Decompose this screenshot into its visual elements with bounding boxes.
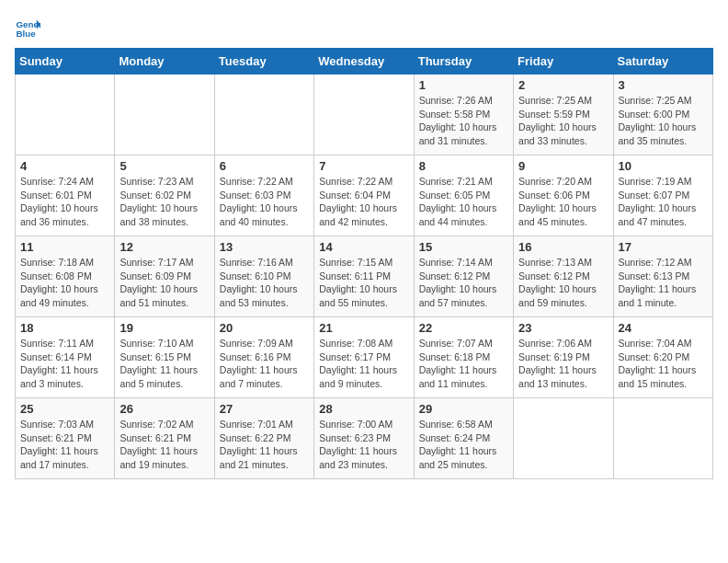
day-info: Sunrise: 7:26 AM Sunset: 5:58 PM Dayligh… bbox=[419, 94, 508, 148]
day-number: 19 bbox=[119, 321, 209, 335]
header-cell: Wednesday bbox=[314, 49, 414, 75]
week-row: 11Sunrise: 7:18 AM Sunset: 6:08 PM Dayli… bbox=[16, 236, 713, 317]
day-cell: 8Sunrise: 7:21 AM Sunset: 6:05 PM Daylig… bbox=[414, 155, 513, 236]
day-cell: 17Sunrise: 7:12 AM Sunset: 6:13 PM Dayli… bbox=[613, 236, 712, 317]
day-number: 2 bbox=[518, 78, 608, 92]
day-info: Sunrise: 7:00 AM Sunset: 6:23 PM Dayligh… bbox=[319, 418, 408, 472]
day-info: Sunrise: 7:19 AM Sunset: 6:07 PM Dayligh… bbox=[619, 175, 708, 229]
day-number: 16 bbox=[518, 240, 608, 254]
calendar-table: SundayMondayTuesdayWednesdayThursdayFrid… bbox=[15, 48, 713, 479]
week-row: 1Sunrise: 7:26 AM Sunset: 5:58 PM Daylig… bbox=[16, 75, 713, 155]
day-number: 6 bbox=[220, 159, 309, 173]
day-info: Sunrise: 7:02 AM Sunset: 6:21 PM Dayligh… bbox=[119, 418, 209, 472]
day-info: Sunrise: 7:18 AM Sunset: 6:08 PM Dayligh… bbox=[20, 256, 109, 310]
day-info: Sunrise: 7:01 AM Sunset: 6:22 PM Dayligh… bbox=[220, 418, 309, 472]
day-number: 15 bbox=[419, 240, 508, 254]
day-info: Sunrise: 7:14 AM Sunset: 6:12 PM Dayligh… bbox=[419, 256, 508, 310]
day-number: 14 bbox=[319, 240, 408, 254]
day-info: Sunrise: 7:25 AM Sunset: 6:00 PM Dayligh… bbox=[619, 94, 708, 148]
day-number: 1 bbox=[419, 78, 508, 92]
day-cell: 25Sunrise: 7:03 AM Sunset: 6:21 PM Dayli… bbox=[16, 398, 115, 479]
day-info: Sunrise: 7:11 AM Sunset: 6:14 PM Dayligh… bbox=[20, 337, 109, 391]
header-cell: Saturday bbox=[613, 49, 712, 75]
page-header: General Blue bbox=[15, 15, 713, 40]
svg-text:Blue: Blue bbox=[16, 29, 36, 39]
day-number: 3 bbox=[619, 78, 708, 92]
day-number: 27 bbox=[220, 402, 309, 416]
day-info: Sunrise: 7:20 AM Sunset: 6:06 PM Dayligh… bbox=[518, 175, 608, 229]
day-number: 26 bbox=[119, 402, 209, 416]
day-info: Sunrise: 7:04 AM Sunset: 6:20 PM Dayligh… bbox=[619, 337, 708, 391]
day-info: Sunrise: 7:10 AM Sunset: 6:15 PM Dayligh… bbox=[119, 337, 209, 391]
day-info: Sunrise: 7:09 AM Sunset: 6:16 PM Dayligh… bbox=[220, 337, 309, 391]
day-number: 11 bbox=[20, 240, 109, 254]
day-number: 18 bbox=[20, 321, 109, 335]
day-cell: 29Sunrise: 6:58 AM Sunset: 6:24 PM Dayli… bbox=[414, 398, 513, 479]
day-number: 24 bbox=[619, 321, 708, 335]
day-number: 10 bbox=[619, 159, 708, 173]
day-info: Sunrise: 7:24 AM Sunset: 6:01 PM Dayligh… bbox=[20, 175, 109, 229]
day-info: Sunrise: 7:12 AM Sunset: 6:13 PM Dayligh… bbox=[619, 256, 708, 310]
day-cell: 14Sunrise: 7:15 AM Sunset: 6:11 PM Dayli… bbox=[314, 236, 414, 317]
day-cell bbox=[514, 398, 613, 479]
day-number: 28 bbox=[319, 402, 408, 416]
header-cell: Thursday bbox=[414, 49, 513, 75]
header-cell: Tuesday bbox=[214, 49, 313, 75]
day-info: Sunrise: 7:08 AM Sunset: 6:17 PM Dayligh… bbox=[319, 337, 408, 391]
day-cell: 13Sunrise: 7:16 AM Sunset: 6:10 PM Dayli… bbox=[214, 236, 313, 317]
day-cell: 27Sunrise: 7:01 AM Sunset: 6:22 PM Dayli… bbox=[214, 398, 313, 479]
week-row: 25Sunrise: 7:03 AM Sunset: 6:21 PM Dayli… bbox=[16, 398, 713, 479]
day-info: Sunrise: 7:17 AM Sunset: 6:09 PM Dayligh… bbox=[119, 256, 209, 310]
day-cell: 23Sunrise: 7:06 AM Sunset: 6:19 PM Dayli… bbox=[514, 317, 613, 398]
day-info: Sunrise: 7:21 AM Sunset: 6:05 PM Dayligh… bbox=[419, 175, 508, 229]
day-number: 23 bbox=[518, 321, 608, 335]
day-cell: 9Sunrise: 7:20 AM Sunset: 6:06 PM Daylig… bbox=[514, 155, 613, 236]
day-cell: 6Sunrise: 7:22 AM Sunset: 6:03 PM Daylig… bbox=[214, 155, 313, 236]
header-cell: Friday bbox=[514, 49, 613, 75]
day-info: Sunrise: 7:16 AM Sunset: 6:10 PM Dayligh… bbox=[220, 256, 309, 310]
day-cell: 3Sunrise: 7:25 AM Sunset: 6:00 PM Daylig… bbox=[613, 75, 712, 155]
header-cell: Monday bbox=[115, 49, 214, 75]
day-number: 21 bbox=[319, 321, 408, 335]
day-cell: 5Sunrise: 7:23 AM Sunset: 6:02 PM Daylig… bbox=[115, 155, 214, 236]
day-number: 12 bbox=[119, 240, 209, 254]
day-info: Sunrise: 6:58 AM Sunset: 6:24 PM Dayligh… bbox=[419, 418, 508, 472]
day-cell: 21Sunrise: 7:08 AM Sunset: 6:17 PM Dayli… bbox=[314, 317, 414, 398]
day-cell: 19Sunrise: 7:10 AM Sunset: 6:15 PM Dayli… bbox=[115, 317, 214, 398]
week-row: 4Sunrise: 7:24 AM Sunset: 6:01 PM Daylig… bbox=[16, 155, 713, 236]
day-cell: 12Sunrise: 7:17 AM Sunset: 6:09 PM Dayli… bbox=[115, 236, 214, 317]
day-cell bbox=[16, 75, 115, 155]
day-cell: 10Sunrise: 7:19 AM Sunset: 6:07 PM Dayli… bbox=[613, 155, 712, 236]
day-cell: 28Sunrise: 7:00 AM Sunset: 6:23 PM Dayli… bbox=[314, 398, 414, 479]
day-number: 13 bbox=[220, 240, 309, 254]
day-info: Sunrise: 7:06 AM Sunset: 6:19 PM Dayligh… bbox=[518, 337, 608, 391]
day-cell bbox=[613, 398, 712, 479]
day-info: Sunrise: 7:15 AM Sunset: 6:11 PM Dayligh… bbox=[319, 256, 408, 310]
day-cell bbox=[214, 75, 313, 155]
day-cell: 7Sunrise: 7:22 AM Sunset: 6:04 PM Daylig… bbox=[314, 155, 414, 236]
day-cell: 11Sunrise: 7:18 AM Sunset: 6:08 PM Dayli… bbox=[16, 236, 115, 317]
day-cell: 4Sunrise: 7:24 AM Sunset: 6:01 PM Daylig… bbox=[16, 155, 115, 236]
day-cell: 2Sunrise: 7:25 AM Sunset: 5:59 PM Daylig… bbox=[514, 75, 613, 155]
day-number: 5 bbox=[119, 159, 209, 173]
day-cell bbox=[115, 75, 214, 155]
day-number: 29 bbox=[419, 402, 508, 416]
day-cell: 1Sunrise: 7:26 AM Sunset: 5:58 PM Daylig… bbox=[414, 75, 513, 155]
day-info: Sunrise: 7:25 AM Sunset: 5:59 PM Dayligh… bbox=[518, 94, 608, 148]
day-number: 17 bbox=[619, 240, 708, 254]
day-cell: 24Sunrise: 7:04 AM Sunset: 6:20 PM Dayli… bbox=[613, 317, 712, 398]
day-info: Sunrise: 7:13 AM Sunset: 6:12 PM Dayligh… bbox=[518, 256, 608, 310]
day-cell bbox=[314, 75, 414, 155]
day-cell: 26Sunrise: 7:02 AM Sunset: 6:21 PM Dayli… bbox=[115, 398, 214, 479]
header-row: SundayMondayTuesdayWednesdayThursdayFrid… bbox=[16, 49, 713, 75]
day-info: Sunrise: 7:22 AM Sunset: 6:04 PM Dayligh… bbox=[319, 175, 408, 229]
day-number: 22 bbox=[419, 321, 508, 335]
week-row: 18Sunrise: 7:11 AM Sunset: 6:14 PM Dayli… bbox=[16, 317, 713, 398]
logo-icon: General Blue bbox=[15, 15, 40, 40]
day-number: 7 bbox=[319, 159, 408, 173]
day-number: 9 bbox=[518, 159, 608, 173]
day-info: Sunrise: 7:23 AM Sunset: 6:02 PM Dayligh… bbox=[119, 175, 209, 229]
day-number: 8 bbox=[419, 159, 508, 173]
day-cell: 15Sunrise: 7:14 AM Sunset: 6:12 PM Dayli… bbox=[414, 236, 513, 317]
day-cell: 22Sunrise: 7:07 AM Sunset: 6:18 PM Dayli… bbox=[414, 317, 513, 398]
